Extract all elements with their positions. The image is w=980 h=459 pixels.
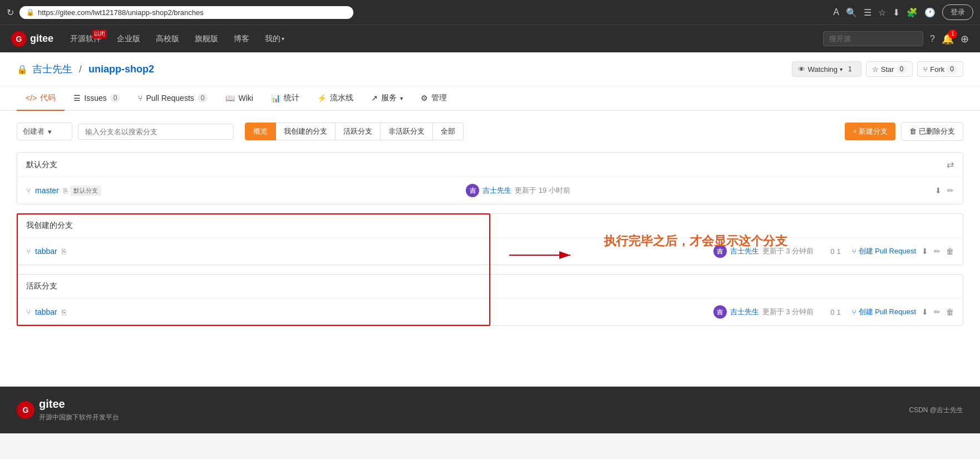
new-branch-button[interactable]: + 新建分支 (845, 123, 895, 140)
repo-name-link[interactable]: uniapp-shop2 (88, 64, 154, 75)
my-branch-section: 我创建的分支 ⑂ tabbar ⎘ 吉 吉士先生 更新于 3 分钟前 0 1 (17, 213, 963, 265)
bookmark-icon[interactable]: ☆ (878, 7, 886, 18)
copy-icon[interactable]: ⎘ (63, 187, 68, 195)
nav-item-opensource[interactable]: 开源软件 以闭 (62, 25, 109, 53)
page-footer: G gitee 开源中国旗下软件开发平台 CSDN @吉士先生 (0, 387, 980, 433)
table-row: ⑂ master ⎘ 默认分支 吉 吉士先生 更新于 19 小时前 ⬇ ✏ (17, 177, 963, 204)
sections-wrapper: 我创建的分支 ⑂ tabbar ⎘ 吉 吉士先生 更新于 3 分钟前 0 1 (17, 213, 963, 326)
gitee-navbar: G gitee 开源软件 以闭 企业版 高校版 旗舰版 博客 我的 ▾ ? 🔔 … (0, 25, 980, 52)
stats-icon: 📊 (271, 94, 280, 102)
url-text: https://gitee.com/lwt121788/uniapp-shop2… (38, 8, 204, 17)
table-row: ⑂ tabbar ⎘ 吉 吉士先生 更新于 3 分钟前 0 1 ⑂ (17, 238, 963, 265)
profile-icon[interactable]: ⬇ (893, 7, 900, 18)
tab-manage[interactable]: ⚙ 管理 (412, 86, 456, 111)
filter-tab-active[interactable]: 活跃分支 (336, 123, 381, 140)
edit-icon[interactable]: ✏ (934, 247, 940, 256)
history-icon[interactable]: 🕐 (924, 7, 935, 18)
branch-author: 吉 吉士先生 更新于 3 分钟前 (713, 245, 814, 258)
tab-service[interactable]: ↗ 服务 ▾ (362, 86, 412, 111)
translate-icon[interactable]: A (833, 7, 839, 17)
branch-author-name[interactable]: 吉士先生 (730, 246, 759, 256)
repo-owner-link[interactable]: 吉士先生 (32, 62, 72, 76)
watching-button[interactable]: 👁 Watching ▾ 1 (792, 61, 861, 77)
branch-author-name[interactable]: 吉士先生 (730, 307, 759, 317)
gitee-logo-text: gitee (30, 33, 53, 45)
browser-actions: A 🔍 ☰ ☆ ⬇ 🧩 🕐 登录 (833, 4, 973, 20)
branch-name-link[interactable]: master (35, 186, 59, 195)
download-icon[interactable]: ⬇ (922, 247, 928, 256)
creator-chevron-icon: ▾ (48, 128, 52, 136)
code-icon: </> (26, 94, 37, 102)
footer-logo: G gitee 开源中国旗下软件开发平台 (17, 398, 119, 422)
stat-up-value: 1 (836, 247, 840, 256)
tab-issues[interactable]: ☰ Issues 0 (65, 87, 129, 110)
delete-icon[interactable]: 🗑 (946, 247, 954, 256)
branch-name-link[interactable]: tabbar (35, 307, 57, 316)
create-pr-link[interactable]: ⑂ 创建 Pull Request (852, 307, 916, 317)
footer-logo-text: gitee (39, 398, 119, 411)
stat-down-value: 0 (830, 308, 834, 316)
nav-item-university[interactable]: 高校版 (148, 25, 187, 53)
footer-slogan: 开源中国旗下软件开发平台 (39, 413, 119, 422)
branch-search-input[interactable] (78, 124, 234, 140)
plus-icon[interactable]: ⊕ (961, 33, 969, 45)
reload-icon[interactable]: ↻ (7, 7, 14, 18)
download-icon[interactable]: ⬇ (935, 186, 942, 195)
tab-wiki[interactable]: 📖 Wiki (216, 87, 262, 110)
filter-tab-overview[interactable]: 概览 (245, 123, 276, 140)
active-branch-section: 活跃分支 ⑂ tabbar ⎘ 吉 吉士先生 更新于 3 分钟前 0 1 (17, 274, 963, 326)
service-icon: ↗ (371, 94, 378, 102)
nav-right-actions: ? 🔔 1 ⊕ (930, 33, 969, 45)
avatar: 吉 (713, 305, 727, 319)
star-count: 0 (897, 65, 907, 74)
footer-csdn: CSDN @吉士先生 (909, 406, 963, 415)
gitee-logo[interactable]: G gitee (11, 31, 53, 47)
mine-dropdown-icon: ▾ (282, 36, 284, 42)
branch-time: 更新于 19 小时前 (515, 185, 570, 196)
create-pr-link[interactable]: ⑂ 创建 Pull Request (852, 246, 916, 256)
stat-down-value: 0 (830, 247, 834, 256)
nav-item-blog[interactable]: 博客 (226, 25, 257, 53)
copy-icon[interactable]: ⎘ (62, 308, 66, 316)
branch-author-name[interactable]: 吉士先生 (482, 185, 511, 196)
edit-icon[interactable]: ✏ (934, 307, 940, 316)
search-icon[interactable]: 🔍 (846, 7, 857, 18)
tab-code[interactable]: </> 代码 (17, 86, 65, 111)
reader-icon[interactable]: ☰ (864, 7, 871, 18)
nav-item-flagship[interactable]: 旗舰版 (187, 25, 226, 53)
nav-search-input[interactable] (823, 31, 923, 46)
repo-actions: 👁 Watching ▾ 1 ☆ Star 0 ⑂ Fork 0 (792, 61, 963, 77)
gitee-logo-icon: G (11, 31, 27, 47)
nav-item-mine[interactable]: 我的 ▾ (257, 25, 292, 53)
download-icon[interactable]: ⬇ (922, 307, 928, 316)
fork-button[interactable]: ⑂ Fork 0 (917, 61, 963, 77)
fork-count: 0 (947, 65, 957, 74)
branch-stats: 0 1 (830, 247, 840, 256)
filter-tab-inactive[interactable]: 非活跃分支 (381, 123, 433, 140)
sync-icon[interactable]: ⇄ (947, 159, 954, 170)
repo-separator: / (79, 64, 82, 75)
pipeline-icon: ⚡ (317, 94, 327, 102)
delete-icon[interactable]: 🗑 (946, 307, 954, 316)
tab-stats[interactable]: 📊 统计 (262, 86, 308, 111)
filter-tab-all[interactable]: 全部 (433, 123, 464, 140)
creator-select[interactable]: 创建者 ▾ (17, 123, 72, 140)
star-button[interactable]: ☆ Star 0 (866, 61, 913, 77)
deleted-branch-button[interactable]: 🗑 已删除分支 (901, 122, 963, 141)
url-bar[interactable]: 🔒 https://gitee.com/lwt121788/uniapp-sho… (19, 6, 353, 19)
copy-icon[interactable]: ⎘ (62, 247, 66, 256)
edit-icon[interactable]: ✏ (947, 186, 954, 195)
extension-icon[interactable]: 🧩 (907, 7, 918, 18)
tab-pipeline[interactable]: ⚡ 流水线 (308, 86, 362, 111)
branch-name-link[interactable]: tabbar (35, 247, 57, 256)
repo-header: 🔒 吉士先生 / uniapp-shop2 👁 Watching ▾ 1 ☆ S… (0, 52, 980, 86)
pr-badge: 0 (198, 94, 208, 102)
nav-item-enterprise[interactable]: 企业版 (109, 25, 148, 53)
pr-icon: ⑂ (138, 94, 142, 102)
tab-pullrequests[interactable]: ⑂ Pull Requests 0 (129, 87, 216, 110)
login-button[interactable]: 登录 (942, 4, 973, 20)
branch-page: 创建者 ▾ 概览 我创建的分支 活跃分支 非活跃分支 全部 + 新建分支 🗑 已… (0, 111, 980, 346)
notification-bell[interactable]: 🔔 1 (942, 33, 954, 45)
filter-tab-mine[interactable]: 我创建的分支 (276, 123, 336, 140)
help-icon[interactable]: ? (930, 34, 935, 44)
